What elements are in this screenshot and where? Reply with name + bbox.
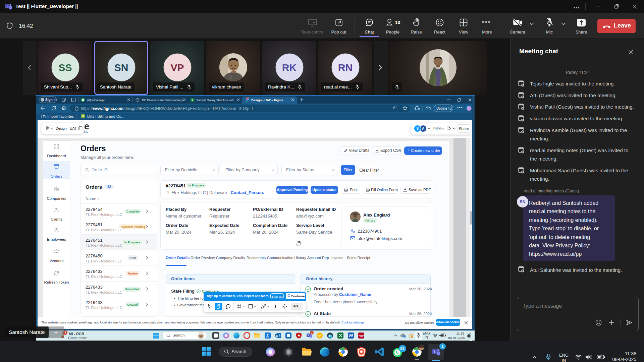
- svg-text:T: T: [308, 334, 309, 337]
- svg-text:PDF: PDF: [359, 335, 364, 338]
- svg-text:T: T: [6, 5, 8, 8]
- svg-text:T: T: [433, 350, 435, 354]
- svg-text:O: O: [276, 334, 278, 338]
